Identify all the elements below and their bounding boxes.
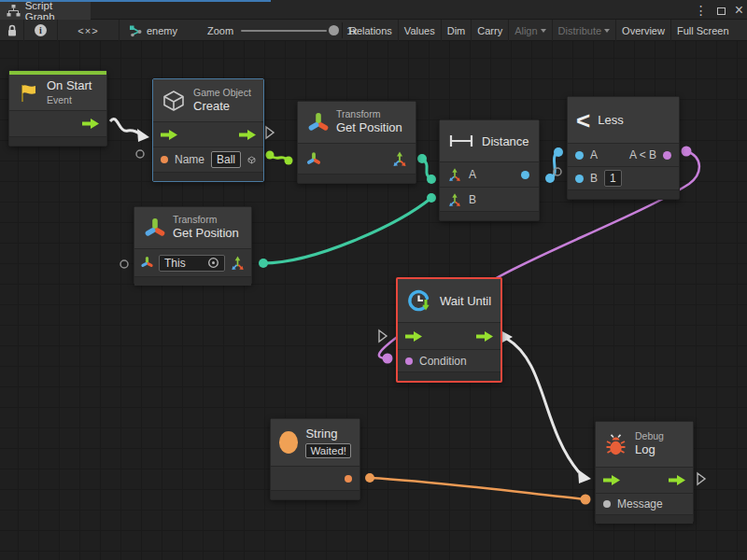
distribute-dropdown[interactable]: Distribute bbox=[553, 20, 616, 41]
vector3-output-port[interactable] bbox=[391, 150, 408, 167]
message-label: Message bbox=[617, 497, 663, 511]
less-input-a-port[interactable] bbox=[575, 151, 584, 160]
chevron-down-icon bbox=[541, 29, 546, 33]
window-close-icon[interactable]: × bbox=[735, 4, 743, 17]
node-footer bbox=[9, 136, 106, 146]
string-value-field[interactable]: Waited! bbox=[305, 443, 351, 458]
flow-output-port[interactable] bbox=[82, 119, 99, 129]
flow-input-port[interactable] bbox=[405, 331, 422, 342]
maximize-square bbox=[717, 7, 726, 15]
wait-until-icon bbox=[406, 287, 432, 314]
titlebar: Script Graph ⋮ × bbox=[0, 0, 747, 20]
info-button[interactable]: i bbox=[24, 20, 58, 41]
values-label: Values bbox=[404, 25, 435, 36]
node-wait-until[interactable]: Wait Until Condition bbox=[396, 277, 502, 383]
node-less[interactable]: < Less A A < B B 1 bbox=[567, 96, 680, 200]
flow-output-port[interactable] bbox=[476, 331, 493, 342]
code-icon: <×> bbox=[78, 25, 98, 36]
node-title: Distance bbox=[482, 134, 529, 148]
game-object-output-port[interactable] bbox=[247, 152, 256, 168]
chevron-down-icon bbox=[604, 29, 610, 33]
zoom-slider-track[interactable] bbox=[241, 30, 327, 32]
node-title: Wait Until bbox=[440, 294, 491, 308]
input-b-label: B bbox=[469, 193, 476, 206]
target-field[interactable]: This bbox=[159, 255, 225, 272]
graph-breadcrumb[interactable]: enemy bbox=[129, 20, 177, 41]
node-on-start[interactable]: On Start Event bbox=[8, 70, 107, 147]
node-footer bbox=[596, 514, 693, 524]
dim-button[interactable]: Dim bbox=[442, 20, 472, 41]
values-button[interactable]: Values bbox=[399, 20, 442, 41]
node-category: Debug bbox=[635, 430, 664, 442]
node-footer bbox=[298, 174, 416, 183]
message-input-port[interactable] bbox=[603, 500, 611, 508]
zoom-slider-handle[interactable] bbox=[329, 25, 339, 35]
string-icon bbox=[279, 431, 298, 454]
distance-icon bbox=[448, 133, 474, 148]
info-icon: i bbox=[35, 24, 47, 36]
graph-name: enemy bbox=[147, 25, 177, 36]
less-input-b-port[interactable] bbox=[575, 175, 584, 183]
node-title: On Start bbox=[47, 78, 92, 93]
name-label: Name bbox=[175, 153, 204, 166]
node-title: Less bbox=[598, 113, 623, 127]
transform-icon bbox=[143, 217, 165, 239]
input-a-label: A bbox=[590, 148, 598, 161]
node-distance[interactable]: Distance A B bbox=[439, 119, 540, 221]
input-b-label: B bbox=[590, 172, 598, 185]
overview-label: Overview bbox=[622, 25, 665, 36]
node-footer bbox=[440, 211, 539, 220]
flow-output-port[interactable] bbox=[239, 130, 256, 140]
target-value: This bbox=[164, 257, 186, 270]
tab-script-graph[interactable]: Script Graph bbox=[0, 2, 91, 20]
window-menu-icon[interactable]: ⋮ bbox=[695, 4, 708, 17]
code-view-button[interactable]: <×> bbox=[58, 20, 120, 41]
name-value-field[interactable]: Ball bbox=[211, 151, 241, 168]
bug-icon bbox=[604, 433, 627, 456]
transform-input-port[interactable] bbox=[305, 151, 321, 167]
flow-input-port[interactable] bbox=[603, 475, 620, 485]
condition-input-port[interactable] bbox=[405, 357, 413, 365]
node-get-position-bottom[interactable]: Transform Get Position This bbox=[134, 206, 252, 285]
name-input-port[interactable] bbox=[161, 156, 168, 163]
align-label: Align bbox=[514, 25, 537, 36]
b-value-field[interactable]: 1 bbox=[604, 170, 622, 187]
less-output-port[interactable] bbox=[663, 151, 671, 160]
relations-button[interactable]: Relations bbox=[344, 20, 399, 41]
lock-button[interactable] bbox=[0, 20, 24, 41]
node-category: Transform bbox=[173, 214, 239, 226]
zoom-label: Zoom bbox=[207, 25, 233, 36]
node-get-position-top[interactable]: Transform Get Position bbox=[297, 101, 416, 184]
string-output-port[interactable] bbox=[345, 475, 352, 483]
align-dropdown[interactable]: Align bbox=[509, 20, 552, 41]
game-object-icon bbox=[162, 89, 186, 113]
full-screen-button[interactable]: Full Screen bbox=[671, 20, 735, 41]
node-debug-log[interactable]: Debug Log Message bbox=[595, 421, 694, 523]
condition-label: Condition bbox=[419, 355, 467, 368]
node-category: Game Object bbox=[193, 87, 251, 99]
node-title: Get Position bbox=[173, 226, 239, 241]
flow-output-port[interactable] bbox=[669, 475, 685, 485]
graph-icon bbox=[129, 24, 142, 37]
node-create-game-object[interactable]: Game Object Create Name Ball bbox=[152, 78, 264, 182]
graph-toolbar: i <×> enemy Zoom 1x Relations Values Dim… bbox=[0, 20, 747, 41]
window-maximize-icon[interactable] bbox=[717, 2, 726, 19]
lock-icon bbox=[7, 24, 18, 37]
flag-icon bbox=[18, 82, 39, 104]
node-category: Transform bbox=[336, 108, 402, 120]
hierarchy-icon bbox=[7, 5, 21, 17]
transform-input-port[interactable] bbox=[140, 256, 154, 270]
transform-icon bbox=[306, 111, 329, 133]
carry-button[interactable]: Carry bbox=[472, 20, 509, 41]
flow-input-port[interactable] bbox=[161, 130, 177, 140]
input-a-label: A bbox=[469, 168, 476, 181]
vector3-input-port-b[interactable] bbox=[447, 192, 462, 207]
distribute-label: Distribute bbox=[558, 25, 601, 36]
node-title: Create bbox=[193, 99, 251, 114]
distance-output-port[interactable] bbox=[521, 171, 529, 179]
node-string[interactable]: String Waited! bbox=[270, 418, 360, 500]
vector3-input-port-a[interactable] bbox=[447, 167, 462, 182]
overview-button[interactable]: Overview bbox=[616, 20, 671, 41]
carry-label: Carry bbox=[477, 25, 502, 36]
vector3-output-port[interactable] bbox=[230, 255, 246, 271]
